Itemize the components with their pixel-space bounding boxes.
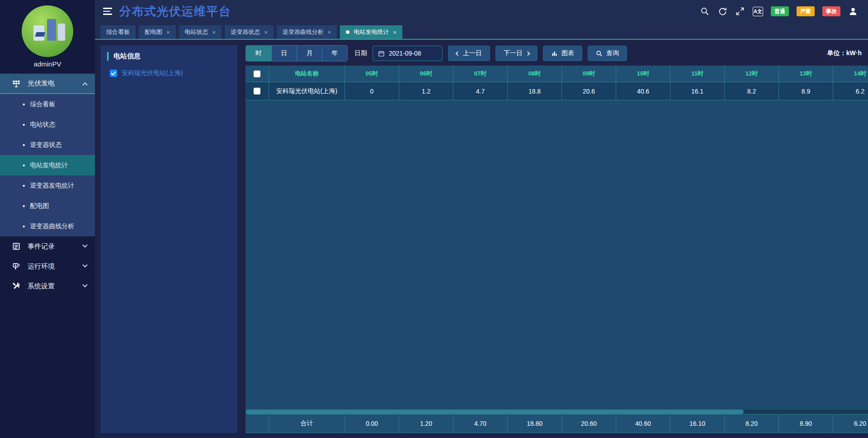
sidebar-group-label: 运行环境 [28,262,55,271]
refresh-icon[interactable] [717,6,727,16]
total-cell: 6.20 [833,414,868,433]
menu-toggle-icon[interactable] [103,8,112,15]
column-header: 08时 [508,66,562,82]
total-label-cell: 合计 [269,414,345,433]
sidebar-group-pv-generation[interactable]: 光伏发电 [0,74,95,94]
tools-icon [12,282,21,291]
sidebar-group-label: 事件记录 [28,242,55,251]
content-area: 电站信息 安科瑞光伏电站(上海) 时 日 月 年 日期 2021-09- [95,40,868,438]
table-header-row: 电站名称 05时 06时 07时 08时 09时 10时 11时 12时 13时… [245,66,868,82]
query-button[interactable]: 查询 [588,46,627,61]
period-hour-button[interactable]: 时 [246,46,271,61]
value-cell: 0 [345,82,399,100]
value-cell: 20.6 [562,82,616,100]
tab-station-generation-stats[interactable]: 电站发电统计 [340,25,402,39]
sidebar-item-dashboard[interactable]: 综合看板 [0,94,95,114]
sidebar-item-inverter-generation-stats[interactable]: 逆变器发电统计 [0,175,95,196]
event-record-icon [12,242,21,251]
panel-title: 电站信息 [100,45,237,67]
chevron-right-icon [526,51,530,56]
toolbar: 时 日 月 年 日期 2021-09-08 上一日 下一日 [245,45,868,61]
table-row[interactable]: 安科瑞光伏电站(上海) 0 1.2 4.7 18.8 20.6 40.6 16.… [245,82,868,100]
period-day-button[interactable]: 日 [271,46,297,61]
sidebar-group-operating-environment[interactable]: 运行环境 [0,256,95,276]
column-header: 07时 [453,66,508,82]
period-year-button[interactable]: 年 [322,46,347,61]
value-cell: 1.2 [399,82,453,100]
row-checkbox[interactable] [254,88,260,94]
app-logo [22,5,73,57]
sidebar-group-label: 光伏发电 [28,79,55,88]
translate-icon[interactable]: A文 [753,7,763,16]
column-header: 05时 [345,66,399,82]
sidebar-group-system-settings[interactable]: 系统设置 [0,276,95,296]
next-day-button[interactable]: 下一日 [495,46,538,61]
chevron-up-icon [82,82,87,87]
tab-inverter-curve-analysis[interactable]: 逆变器曲线分析 [277,25,337,39]
chevron-down-icon [82,243,87,248]
generation-table: 电站名称 05时 06时 07时 08时 09时 10时 11时 12时 13时… [245,66,868,433]
column-header: 电站名称 [269,66,345,82]
close-icon[interactable] [264,29,268,35]
tab-dashboard[interactable]: 综合看板 [100,25,136,39]
select-all-checkbox[interactable] [254,71,260,77]
alarm-badge-accident[interactable]: 事故 [822,6,840,16]
total-cell: 0.00 [345,414,399,433]
search-icon[interactable] [700,6,710,16]
sidebar-group-event-records[interactable]: 事件记录 [0,236,95,256]
prev-day-button[interactable]: 上一日 [448,46,490,61]
value-cell: 18.8 [508,82,562,100]
value-cell: 6.2 [833,82,868,100]
total-cell: 4.70 [453,414,508,433]
close-icon[interactable] [212,29,216,35]
value-cell: 4.7 [453,82,508,100]
total-cell: 16.10 [670,414,725,433]
bar-chart-icon [551,50,558,57]
value-cell: 40.6 [616,82,670,100]
period-switcher: 时 日 月 年 [245,45,348,61]
calendar-icon [378,50,385,57]
station-tree-item[interactable]: 安科瑞光伏电站(上海) [100,69,237,77]
value-cell: 8.9 [779,82,833,100]
column-header: 06时 [399,66,453,82]
table-empty-area [245,100,868,410]
column-header: 14时 [833,66,868,82]
tab-bar: 综合看板 配电图 电站状态 逆变器状态 逆变器曲线分析 电站发电统计 [100,25,402,39]
tab-distribution-diagram[interactable]: 配电图 [139,25,176,39]
environment-sensor-icon [12,262,21,271]
tab-station-status[interactable]: 电站状态 [179,25,222,39]
page-title: 分布式光伏运维平台 [119,4,231,19]
station-checkbox[interactable] [110,70,117,77]
column-header: 09时 [562,66,616,82]
total-cell: 20.60 [562,414,616,433]
period-month-button[interactable]: 月 [297,46,322,61]
sidebar-item-inverter-curve-analysis[interactable]: 逆变器曲线分析 [0,216,95,236]
date-label: 日期 [354,49,367,57]
sidebar-item-station-generation-stats[interactable]: 电站发电统计 [0,155,95,175]
station-name-link[interactable]: 安科瑞光伏电站(上海) [122,69,183,77]
user-icon[interactable] [848,6,858,16]
sidebar-item-distribution-diagram[interactable]: 配电图 [0,196,95,216]
total-cell: 40.60 [616,414,670,433]
close-icon[interactable] [328,29,331,35]
station-info-panel: 电站信息 安科瑞光伏电站(上海) [100,45,237,433]
total-cell: 8.90 [779,414,833,433]
horizontal-scrollbar [245,410,868,414]
alarm-badge-severe[interactable]: 严重 [797,6,815,16]
tab-inverter-status[interactable]: 逆变器状态 [225,25,274,39]
close-icon[interactable] [393,29,396,35]
sidebar-item-inverter-status[interactable]: 逆变器状态 [0,135,95,155]
close-icon[interactable] [166,29,170,35]
date-picker[interactable]: 2021-09-08 [373,46,443,61]
alarm-badge-normal[interactable]: 普通 [771,6,789,16]
chart-view-button[interactable]: 图表 [543,46,582,61]
column-header: 11时 [670,66,725,82]
sidebar-menu: 光伏发电 综合看板 电站状态 逆变器状态 电站发电统计 逆变器发电统计 配电图 … [0,74,95,296]
chevron-down-icon [82,283,87,287]
sidebar-group-label: 系统设置 [28,282,55,291]
scrollbar-thumb[interactable] [245,410,744,414]
sidebar-item-station-status[interactable]: 电站状态 [0,114,95,135]
fullscreen-icon[interactable] [735,6,745,16]
main-panel: 时 日 月 年 日期 2021-09-08 上一日 下一日 [245,45,868,433]
search-icon [596,50,603,57]
